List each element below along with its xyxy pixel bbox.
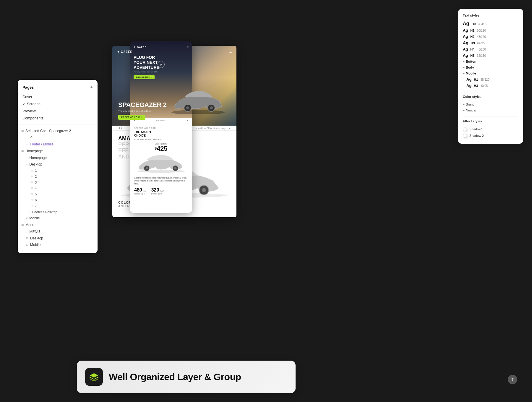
shadow-circle-icon (463, 127, 467, 131)
effect-styles-title: Effect styles (463, 119, 518, 123)
page-item-preview[interactable]: Preview (18, 108, 98, 115)
page-item-components[interactable]: Components (18, 115, 98, 122)
bottom-banner: Well Organized Layer & Group (77, 361, 296, 393)
layer-item-homepage-text[interactable]: T Homepage (18, 155, 98, 161)
text-style-h1[interactable]: Ag H1 80/120 (463, 27, 518, 33)
pages-title: Pages (22, 85, 34, 90)
mobile-stat-power: 320 KW Power up to (151, 187, 164, 195)
text-style-mobile-h3[interactable]: Ag H3 40/95 (463, 82, 518, 89)
layer-item-unknown[interactable]: — 0 (18, 134, 98, 141)
layers-section: ⊞ Selected Car - Spacegazer 2 — 0 ◇ Foot… (18, 127, 98, 249)
pages-panel: Pages + Cover ✓ Screens Preview Componen… (18, 80, 98, 253)
text-icon: T (26, 230, 28, 233)
mobile-stats: 480 KM Range up to 320 KW Power up to (134, 187, 188, 195)
banner-icon-container (85, 368, 103, 386)
mobile-mockup: ▶ ✦ GAZER ≡ PLUG FOR YOUR NEXT ADVENTURE… (130, 41, 192, 213)
color-styles-title: Color styles (463, 95, 518, 98)
layer-item-footer-mobile[interactable]: ◇ Footer / Mobile (18, 141, 98, 147)
layer-sub-item-2[interactable]: ⊞ 2 (18, 174, 98, 179)
mobile-stat-range: 480 KM Range up to (134, 187, 147, 195)
frame-icon: ⊞ (31, 175, 33, 178)
pages-list: Cover ✓ Screens Preview Components (18, 93, 98, 124)
svg-point-10 (137, 170, 185, 173)
add-page-button[interactable]: + (90, 85, 93, 90)
layer-item-menu-mobile[interactable]: ⊞ Mobile (18, 241, 98, 248)
panel-divider (463, 92, 518, 92)
frame-icon: ⊞ (26, 237, 28, 240)
effect-style-shadow1[interactable]: Shadow1 (463, 126, 518, 132)
text-style-button-group[interactable]: ▶ Button (463, 59, 518, 64)
layer-item-menu-desktop[interactable]: ⊞ Desktop (18, 235, 98, 241)
mobile-menu-icon: ≡ (186, 45, 189, 49)
desktop-hero-text: SPACEGAZER 2 The way electric cars shoul… (118, 101, 167, 120)
text-icon: T (26, 156, 28, 159)
component-icon: ◇ (28, 210, 30, 213)
mobile-description: Electric motors produce instant torque, … (134, 176, 188, 185)
svg-point-12 (145, 167, 148, 169)
frame-icon: ≡ (26, 217, 27, 220)
layer-group-homepage[interactable]: ⊞ Homepage (18, 147, 98, 155)
desktop-hero-title: SPACEGAZER 2 (118, 101, 167, 108)
layer-sub-item-7[interactable]: ⊞ 7 (18, 203, 98, 209)
frame-icon: ⊞ (31, 187, 33, 190)
chevron-right-icon: ▶ (463, 66, 465, 69)
pages-header: Pages + (18, 85, 98, 93)
svg-point-0 (171, 110, 225, 114)
text-style-h5[interactable]: Ag H5 32/150 (463, 52, 518, 59)
color-style-brand[interactable]: ▶ Brand (463, 101, 518, 107)
mobile-cta-button[interactable]: EXPLORE MORE → (134, 75, 155, 79)
svg-point-2 (186, 106, 189, 109)
layer-sub-item-6[interactable]: ⊞ 6 (18, 197, 98, 203)
svg-point-9 (202, 188, 206, 192)
frame-icon: — (26, 136, 29, 139)
text-style-body-group[interactable]: ▶ Body (463, 64, 518, 70)
desktop-hero-subtitle: The way electric cars should be (118, 110, 167, 112)
page-item-screens[interactable]: ✓ Screens (18, 100, 98, 108)
layer-sub-item-1[interactable]: ⊞ 1 (18, 168, 98, 174)
text-style-h3[interactable]: Ag H3 64/95 (463, 40, 518, 46)
desktop-cta-button[interactable]: RESERVE NOW + (118, 115, 145, 120)
text-style-h4[interactable]: Ag H4 48/100 (463, 46, 518, 52)
shadow-circle-icon (463, 134, 467, 138)
frame-icon: ⊞ (31, 193, 33, 196)
layer-item-menu-text[interactable]: T MENU (18, 228, 98, 235)
effect-style-shadow2[interactable]: Shadow 2 (463, 132, 518, 139)
chevron-right-icon: ▶ (463, 109, 465, 112)
text-style-mobile-group[interactable]: ▶ Mobile (463, 70, 518, 76)
layer-sub-item-4[interactable]: ⊞ 4 (18, 185, 98, 191)
frame-icon: ⊞ (31, 169, 33, 172)
svg-point-14 (174, 167, 176, 169)
text-style-mobile-h1[interactable]: Ag H1 38/120 (463, 76, 518, 82)
text-style-h0[interactable]: Ag H0 384/95 (463, 20, 518, 27)
layer-sub-item-footer-desktop[interactable]: ◇ Footer / Desktop (18, 209, 98, 215)
layer-item-mobile[interactable]: ≡ Mobile (18, 215, 98, 221)
text-style-h2[interactable]: Ag H2 48/120 (463, 33, 518, 40)
layer-group-menu[interactable]: ⊞ Menu (18, 221, 98, 228)
frame-icon: ⊞ (21, 223, 24, 227)
frame-icon: ⊞ (31, 205, 33, 208)
page-item-cover[interactable]: Cover (18, 93, 98, 100)
layer-item-desktop[interactable]: ≡ Desktop (18, 161, 98, 168)
help-button[interactable]: ? (508, 375, 517, 384)
frame-icon: ⊞ (21, 129, 24, 133)
chevron-right-icon: ▶ (463, 103, 465, 106)
component-icon: ◇ (26, 143, 28, 146)
frame-icon: ⊞ (26, 243, 28, 246)
chevron-right-icon: ▶ (463, 72, 465, 75)
frame-icon: ⊞ (31, 181, 33, 184)
mobile-hero-subtitle: The way electric cars should be (134, 71, 189, 73)
desktop-hero-nav: ✦ GAZER ≡ (117, 49, 232, 54)
color-style-neutral[interactable]: ▶ Neutral (463, 107, 518, 113)
text-styles-title: Text styles (463, 14, 518, 17)
layers-icon (89, 372, 99, 382)
svg-point-4 (210, 106, 213, 109)
mobile-logo: ✦ GAZER (134, 46, 147, 48)
layer-sub-item-3[interactable]: ⊞ 3 (18, 179, 98, 185)
mobile-content-section: SELECT YOUR CAR THE SMART CHOICE FOR THE… (130, 123, 192, 213)
layer-group-selected-car[interactable]: ⊞ Selected Car - Spacegazer 2 (18, 127, 98, 134)
mobile-smart-title: THE SMART CHOICE FOR THE ROAD AHEAD (134, 130, 188, 141)
mobile-nav: ✦ GAZER ≡ (134, 45, 189, 49)
layer-sub-item-5[interactable]: ⊞ 5 (18, 191, 98, 197)
styles-panel: Text styles Ag H0 384/95 Ag H1 80/120 Ag… (458, 9, 523, 144)
chevron-right-icon: ▶ (463, 60, 465, 63)
